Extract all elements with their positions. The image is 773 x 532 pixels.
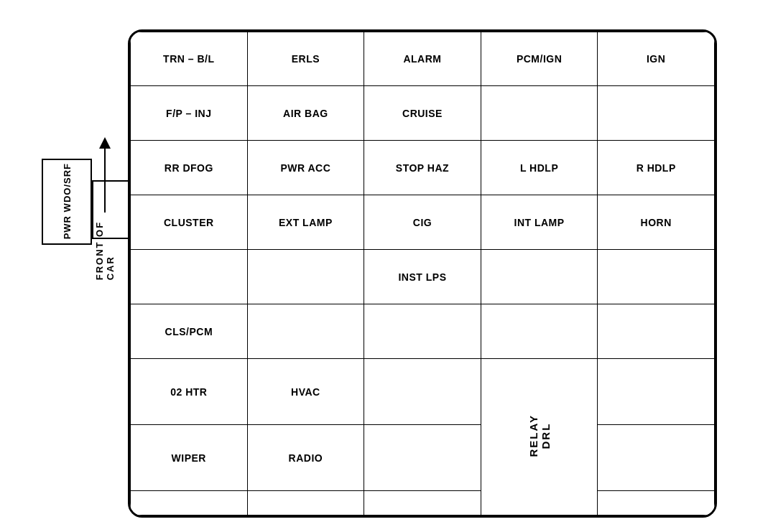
cell-empty-r7c3 [364,359,481,425]
connector-top [92,180,129,182]
cell-inst-lps: INST LPS [364,250,481,304]
cell-empty-r5c5 [598,250,715,304]
diagram-container: PWR WDO/SRF FRONT OF CAR TRN – B/L ERLS [42,15,731,518]
cell-radio: RADIO [247,425,364,491]
cell-pcm-ign: PCM/IGN [481,32,598,86]
cell-ext-lamp: EXT LAMP [247,195,364,250]
front-of-car-label: FRONT OF CAR [94,220,116,280]
cell-empty-r6c3 [364,304,481,359]
cell-empty-r6c2 [247,304,364,359]
cell-cig: CIG [364,195,481,250]
cell-empty-r8c3 [364,425,481,491]
cell-trn-bl: TRN – B/L [131,32,248,86]
cell-r-hdlp: R HDLP [598,141,715,195]
cell-empty-r2c4 [481,86,598,141]
cell-horn: HORN [598,195,715,250]
cell-empty-r6c5 [598,304,715,359]
arrow-line [104,149,106,213]
cell-cluster: CLUSTER [131,195,248,250]
cell-stop-haz: STOP HAZ [364,141,481,195]
cell-cls-pcm: CLS/PCM [131,304,248,359]
fuse-table: TRN – B/L ERLS ALARM PCM/IGN IGN F/P – I… [130,32,715,515]
cell-empty-r6c4 [481,304,598,359]
cell-erls: ERLS [247,32,364,86]
cell-empty-r9c5 [598,491,715,515]
cell-air-bag: AIR BAG [247,86,364,141]
cell-hvac: HVAC [247,359,364,425]
cell-02-htr: 02 HTR [131,359,248,425]
cell-ign: IGN [598,32,715,86]
pwr-box: PWR WDO/SRF [42,159,92,245]
fuse-box: TRN – B/L ERLS ALARM PCM/IGN IGN F/P – I… [128,29,717,518]
cell-l-hdlp: L HDLP [481,141,598,195]
cell-empty-r9c2 [247,491,364,515]
cell-rr-dfog: RR DFOG [131,141,248,195]
cell-empty-r2c5 [598,86,715,141]
cell-fp-inj: F/P – INJ [131,86,248,141]
cell-wiper: WIPER [131,425,248,491]
connector-vertical [92,180,93,239]
cell-relay-drl: RELAYDRL [481,359,598,515]
cell-int-lamp: INT LAMP [481,195,598,250]
cell-alarm: ALARM [364,32,481,86]
cell-empty-r5c2 [247,250,364,304]
cell-empty-r5c4 [481,250,598,304]
cell-empty-r8c5 [598,425,715,491]
relay-drl-label: RELAYDRL [527,414,552,457]
cell-empty-r9c1 [131,491,248,515]
cell-pwr-acc: PWR ACC [247,141,364,195]
cell-empty-r9c3 [364,491,481,515]
cell-cruise: CRUISE [364,86,481,141]
cell-empty-r5c1 [131,250,248,304]
cell-empty-r7c5 [598,359,715,425]
front-of-car-area: FRONT OF CAR [99,137,111,281]
arrow-head-icon [99,137,111,149]
pwr-box-label: PWR WDO/SRF [62,163,73,239]
